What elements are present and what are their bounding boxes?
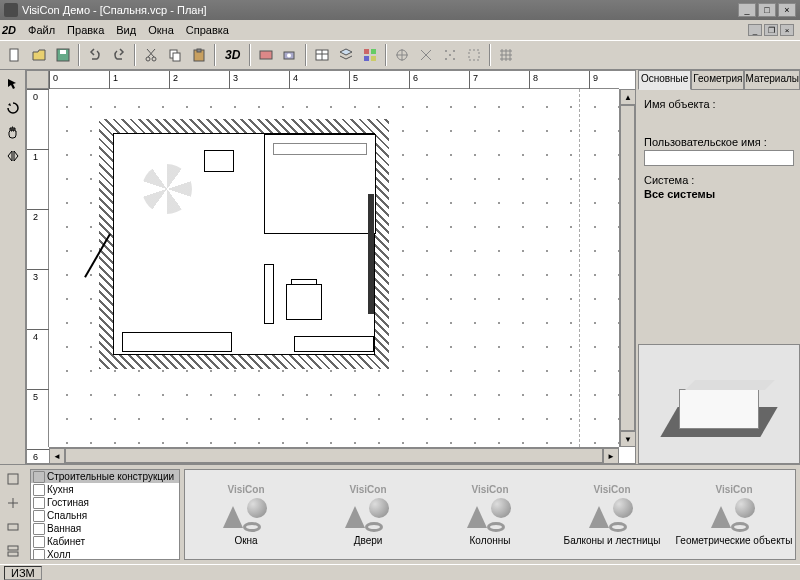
snap1-button[interactable] — [391, 44, 413, 66]
svg-rect-17 — [364, 56, 369, 61]
snap3-button[interactable] — [439, 44, 461, 66]
menu-edit[interactable]: Правка — [61, 22, 110, 38]
svg-rect-8 — [197, 49, 201, 52]
redo-button[interactable] — [108, 44, 130, 66]
copy-button[interactable] — [164, 44, 186, 66]
view-3d-button[interactable]: 3D — [220, 44, 245, 66]
h-scrollbar[interactable]: ◄ ► — [49, 447, 619, 463]
cat-bath[interactable]: Ванная — [31, 522, 179, 535]
v-scrollbar[interactable]: ▲ ▼ — [619, 89, 635, 447]
window[interactable] — [368, 194, 374, 314]
svg-rect-29 — [8, 524, 18, 530]
lib-columns[interactable]: VisiConКолонны — [429, 470, 551, 559]
lib-tool-4[interactable] — [3, 541, 23, 561]
room-plan[interactable] — [99, 119, 389, 369]
lib-tool-1[interactable] — [3, 469, 23, 489]
tab-geometry[interactable]: Геометрия — [691, 70, 744, 90]
furniture-item[interactable] — [204, 150, 234, 172]
svg-point-22 — [445, 50, 447, 52]
cat-living[interactable]: Гостиная — [31, 496, 179, 509]
wardrobe-1[interactable] — [122, 332, 232, 352]
lib-windows[interactable]: VisiConОкна — [185, 470, 307, 559]
svg-rect-0 — [10, 49, 18, 61]
svg-rect-28 — [8, 474, 18, 484]
page-boundary — [579, 89, 580, 447]
chair[interactable] — [286, 284, 322, 320]
menu-file[interactable]: Файл — [22, 22, 61, 38]
scroll-down[interactable]: ▼ — [620, 431, 636, 447]
pan-tool[interactable] — [3, 122, 23, 142]
cut-button[interactable] — [140, 44, 162, 66]
lib-geometric[interactable]: VisiConГеометрические объекты — [673, 470, 795, 559]
svg-rect-18 — [371, 56, 376, 61]
mdi-close[interactable]: × — [780, 24, 794, 36]
svg-point-4 — [152, 57, 156, 61]
bed[interactable] — [264, 134, 376, 234]
lib-tool-3[interactable] — [3, 517, 23, 537]
shelf[interactable] — [264, 264, 274, 324]
svg-point-11 — [287, 54, 291, 58]
svg-rect-2 — [60, 50, 66, 54]
svg-rect-30 — [8, 546, 18, 550]
view-mode-2d[interactable]: 2D — [2, 24, 16, 36]
menu-view[interactable]: Вид — [110, 22, 142, 38]
camera-button[interactable] — [279, 44, 301, 66]
ruler-corner — [27, 71, 49, 89]
minimize-button[interactable]: _ — [738, 3, 756, 17]
library-panel: Строительные конструкции Кухня Гостиная … — [0, 464, 800, 564]
preview-3d[interactable] — [638, 344, 800, 464]
plan-canvas[interactable]: 0 1 2 3 4 5 6 7 8 9 0 1 2 3 4 5 6 — [26, 70, 636, 464]
svg-rect-6 — [173, 53, 180, 61]
open-button[interactable] — [28, 44, 50, 66]
scroll-left[interactable]: ◄ — [49, 448, 65, 464]
snap4-button[interactable] — [463, 44, 485, 66]
table-button[interactable] — [311, 44, 333, 66]
close-button[interactable]: × — [778, 3, 796, 17]
category-list[interactable]: Строительные конструкции Кухня Гостиная … — [30, 469, 180, 560]
layers-button[interactable] — [335, 44, 357, 66]
lib-balconies[interactable]: VisiConБалконы и лестницы — [551, 470, 673, 559]
mdi-minimize[interactable]: _ — [748, 24, 762, 36]
menu-help[interactable]: Справка — [180, 22, 235, 38]
user-name-input[interactable] — [644, 150, 794, 166]
palette-button[interactable] — [359, 44, 381, 66]
mirror-tool[interactable] — [3, 146, 23, 166]
menu-windows[interactable]: Окна — [142, 22, 180, 38]
save-button[interactable] — [52, 44, 74, 66]
svg-rect-9 — [260, 51, 272, 59]
new-button[interactable] — [4, 44, 26, 66]
render-button[interactable] — [255, 44, 277, 66]
wardrobe-2[interactable] — [294, 336, 374, 352]
scroll-right[interactable]: ► — [603, 448, 619, 464]
cat-bedroom[interactable]: Спальня — [31, 509, 179, 522]
cat-construction[interactable]: Строительные конструкции — [31, 470, 179, 483]
maximize-button[interactable]: □ — [758, 3, 776, 17]
object-name-label: Имя объекта : — [644, 98, 794, 110]
mdi-restore[interactable]: ❐ — [764, 24, 778, 36]
svg-point-25 — [453, 58, 455, 60]
lib-doors[interactable]: VisiConДвери — [307, 470, 429, 559]
undo-button[interactable] — [84, 44, 106, 66]
scroll-up[interactable]: ▲ — [620, 89, 636, 105]
tab-materials[interactable]: Материалы — [744, 70, 800, 90]
pointer-tool[interactable] — [3, 74, 23, 94]
window-title: VisiCon Демо - [Спальня.vcp - План] — [22, 4, 738, 16]
rotate-tool[interactable] — [3, 98, 23, 118]
svg-point-3 — [146, 57, 150, 61]
snap2-button[interactable] — [415, 44, 437, 66]
vertical-ruler: 0 1 2 3 4 5 6 — [27, 89, 49, 447]
left-toolbox — [0, 70, 26, 464]
cat-kitchen[interactable]: Кухня — [31, 483, 179, 496]
svg-point-23 — [453, 50, 455, 52]
svg-rect-16 — [371, 49, 376, 54]
system-label: Система : — [644, 174, 794, 186]
tab-main[interactable]: Основные — [638, 70, 691, 90]
grid-button[interactable] — [495, 44, 517, 66]
cat-hall[interactable]: Холл — [31, 548, 179, 560]
ceiling-light[interactable] — [142, 164, 192, 214]
paste-button[interactable] — [188, 44, 210, 66]
svg-rect-15 — [364, 49, 369, 54]
horizontal-ruler: 0 1 2 3 4 5 6 7 8 9 — [49, 71, 619, 89]
cat-office[interactable]: Кабинет — [31, 535, 179, 548]
lib-tool-2[interactable] — [3, 493, 23, 513]
